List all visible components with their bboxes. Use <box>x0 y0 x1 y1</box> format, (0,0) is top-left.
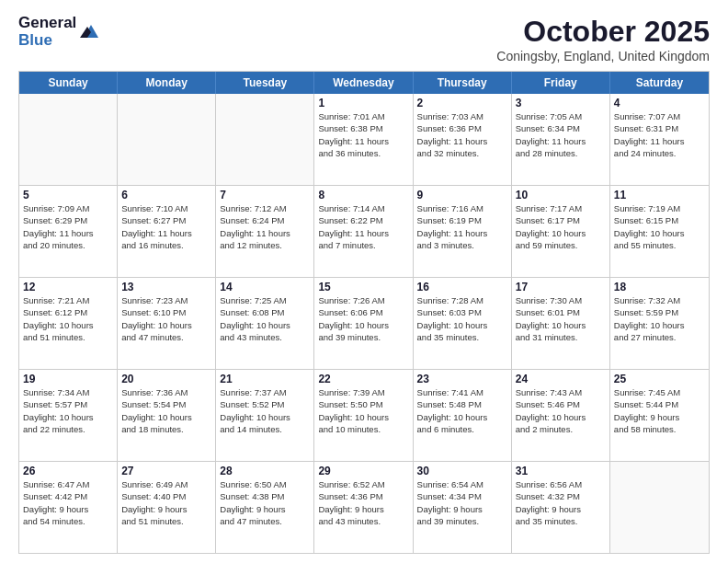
day-cell: 1Sunrise: 7:01 AM Sunset: 6:38 PM Daylig… <box>314 94 413 185</box>
day-cell: 18Sunrise: 7:32 AM Sunset: 5:59 PM Dayli… <box>610 278 709 369</box>
day-cell: 6Sunrise: 7:10 AM Sunset: 6:27 PM Daylig… <box>118 186 216 277</box>
day-info: Sunrise: 6:54 AM Sunset: 4:34 PM Dayligh… <box>417 478 507 527</box>
day-number: 23 <box>417 373 507 385</box>
logo-blue: Blue <box>18 32 76 50</box>
logo-general: General <box>18 15 76 32</box>
week-row-5: 26Sunrise: 6:47 AM Sunset: 4:42 PM Dayli… <box>19 461 709 553</box>
day-cell: 3Sunrise: 7:05 AM Sunset: 6:34 PM Daylig… <box>512 94 610 185</box>
day-cell: 8Sunrise: 7:14 AM Sunset: 6:22 PM Daylig… <box>314 186 413 277</box>
day-number: 10 <box>516 189 606 201</box>
day-number: 11 <box>614 189 705 201</box>
location: Coningsby, England, United Kingdom <box>496 49 710 63</box>
day-number: 12 <box>23 281 113 293</box>
day-number: 20 <box>121 373 211 385</box>
day-cell: 13Sunrise: 7:23 AM Sunset: 6:10 PM Dayli… <box>118 278 216 369</box>
day-header-sunday: Sunday <box>19 72 118 94</box>
header: General Blue October 2025 Coningsby, Eng… <box>18 15 710 63</box>
day-info: Sunrise: 6:50 AM Sunset: 4:38 PM Dayligh… <box>220 478 310 527</box>
day-cell: 31Sunrise: 6:56 AM Sunset: 4:32 PM Dayli… <box>512 462 610 553</box>
week-row-4: 19Sunrise: 7:34 AM Sunset: 5:57 PM Dayli… <box>19 369 709 461</box>
day-number: 19 <box>23 373 113 385</box>
title-section: October 2025 Coningsby, England, United … <box>496 15 710 63</box>
day-cell: 21Sunrise: 7:37 AM Sunset: 5:52 PM Dayli… <box>216 370 314 461</box>
day-number: 5 <box>23 189 113 201</box>
day-number: 24 <box>516 373 606 385</box>
day-header-monday: Monday <box>118 72 216 94</box>
day-cell: 29Sunrise: 6:52 AM Sunset: 4:36 PM Dayli… <box>314 462 413 553</box>
day-cell: 7Sunrise: 7:12 AM Sunset: 6:24 PM Daylig… <box>216 186 314 277</box>
day-cell <box>216 94 314 185</box>
day-info: Sunrise: 7:17 AM Sunset: 6:17 PM Dayligh… <box>516 202 606 251</box>
day-cell: 2Sunrise: 7:03 AM Sunset: 6:36 PM Daylig… <box>414 94 512 185</box>
day-info: Sunrise: 6:56 AM Sunset: 4:32 PM Dayligh… <box>516 478 606 527</box>
week-row-1: 1Sunrise: 7:01 AM Sunset: 6:38 PM Daylig… <box>19 94 709 185</box>
day-cell: 26Sunrise: 6:47 AM Sunset: 4:42 PM Dayli… <box>19 462 118 553</box>
day-info: Sunrise: 7:32 AM Sunset: 5:59 PM Dayligh… <box>614 294 705 343</box>
day-number: 21 <box>220 373 310 385</box>
day-cell: 23Sunrise: 7:41 AM Sunset: 5:48 PM Dayli… <box>414 370 512 461</box>
day-number: 1 <box>318 97 408 109</box>
week-row-3: 12Sunrise: 7:21 AM Sunset: 6:12 PM Dayli… <box>19 277 709 369</box>
day-info: Sunrise: 6:52 AM Sunset: 4:36 PM Dayligh… <box>318 478 408 527</box>
day-cell <box>19 94 118 185</box>
day-info: Sunrise: 7:14 AM Sunset: 6:22 PM Dayligh… <box>318 202 408 251</box>
logo-icon <box>80 21 100 41</box>
day-number: 28 <box>220 465 310 477</box>
day-cell: 10Sunrise: 7:17 AM Sunset: 6:17 PM Dayli… <box>512 186 610 277</box>
day-header-tuesday: Tuesday <box>216 72 314 94</box>
day-cell: 5Sunrise: 7:09 AM Sunset: 6:29 PM Daylig… <box>19 186 118 277</box>
day-cell: 22Sunrise: 7:39 AM Sunset: 5:50 PM Dayli… <box>314 370 413 461</box>
day-cell: 19Sunrise: 7:34 AM Sunset: 5:57 PM Dayli… <box>19 370 118 461</box>
day-number: 26 <box>23 465 113 477</box>
day-info: Sunrise: 7:41 AM Sunset: 5:48 PM Dayligh… <box>417 386 507 435</box>
day-info: Sunrise: 7:34 AM Sunset: 5:57 PM Dayligh… <box>23 386 113 435</box>
day-number: 22 <box>318 373 408 385</box>
day-info: Sunrise: 7:36 AM Sunset: 5:54 PM Dayligh… <box>121 386 211 435</box>
day-number: 30 <box>417 465 507 477</box>
day-number: 3 <box>516 97 606 109</box>
day-cell: 11Sunrise: 7:19 AM Sunset: 6:15 PM Dayli… <box>610 186 709 277</box>
logo: General Blue <box>18 15 100 49</box>
day-cell: 16Sunrise: 7:28 AM Sunset: 6:03 PM Dayli… <box>414 278 512 369</box>
day-number: 14 <box>220 281 310 293</box>
week-row-2: 5Sunrise: 7:09 AM Sunset: 6:29 PM Daylig… <box>19 185 709 277</box>
day-cell: 20Sunrise: 7:36 AM Sunset: 5:54 PM Dayli… <box>118 370 216 461</box>
day-info: Sunrise: 7:19 AM Sunset: 6:15 PM Dayligh… <box>614 202 705 251</box>
day-header-friday: Friday <box>512 72 610 94</box>
day-cell: 30Sunrise: 6:54 AM Sunset: 4:34 PM Dayli… <box>414 462 512 553</box>
day-info: Sunrise: 7:10 AM Sunset: 6:27 PM Dayligh… <box>121 202 211 251</box>
day-info: Sunrise: 7:03 AM Sunset: 6:36 PM Dayligh… <box>417 110 507 159</box>
day-cell: 12Sunrise: 7:21 AM Sunset: 6:12 PM Dayli… <box>19 278 118 369</box>
day-info: Sunrise: 7:39 AM Sunset: 5:50 PM Dayligh… <box>318 386 408 435</box>
page: General Blue October 2025 Coningsby, Eng… <box>0 0 728 563</box>
day-number: 27 <box>121 465 211 477</box>
day-cell <box>610 462 709 553</box>
day-header-wednesday: Wednesday <box>314 72 413 94</box>
day-number: 16 <box>417 281 507 293</box>
day-number: 29 <box>318 465 408 477</box>
day-number: 2 <box>417 97 507 109</box>
day-info: Sunrise: 6:47 AM Sunset: 4:42 PM Dayligh… <box>23 478 113 527</box>
day-headers: SundayMondayTuesdayWednesdayThursdayFrid… <box>19 72 709 94</box>
day-info: Sunrise: 7:07 AM Sunset: 6:31 PM Dayligh… <box>614 110 705 159</box>
day-info: Sunrise: 7:16 AM Sunset: 6:19 PM Dayligh… <box>417 202 507 251</box>
day-info: Sunrise: 7:26 AM Sunset: 6:06 PM Dayligh… <box>318 294 408 343</box>
day-info: Sunrise: 7:09 AM Sunset: 6:29 PM Dayligh… <box>23 202 113 251</box>
day-cell <box>118 94 216 185</box>
day-info: Sunrise: 7:05 AM Sunset: 6:34 PM Dayligh… <box>516 110 606 159</box>
day-cell: 24Sunrise: 7:43 AM Sunset: 5:46 PM Dayli… <box>512 370 610 461</box>
day-number: 25 <box>614 373 705 385</box>
day-header-thursday: Thursday <box>414 72 512 94</box>
calendar: SundayMondayTuesdayWednesdayThursdayFrid… <box>18 71 710 554</box>
day-number: 17 <box>516 281 606 293</box>
day-cell: 27Sunrise: 6:49 AM Sunset: 4:40 PM Dayli… <box>118 462 216 553</box>
day-cell: 15Sunrise: 7:26 AM Sunset: 6:06 PM Dayli… <box>314 278 413 369</box>
day-info: Sunrise: 7:28 AM Sunset: 6:03 PM Dayligh… <box>417 294 507 343</box>
day-info: Sunrise: 7:45 AM Sunset: 5:44 PM Dayligh… <box>614 386 705 435</box>
day-number: 13 <box>121 281 211 293</box>
day-header-saturday: Saturday <box>610 72 709 94</box>
day-number: 31 <box>516 465 606 477</box>
day-info: Sunrise: 6:49 AM Sunset: 4:40 PM Dayligh… <box>121 478 211 527</box>
day-cell: 17Sunrise: 7:30 AM Sunset: 6:01 PM Dayli… <box>512 278 610 369</box>
month-title: October 2025 <box>496 15 710 49</box>
